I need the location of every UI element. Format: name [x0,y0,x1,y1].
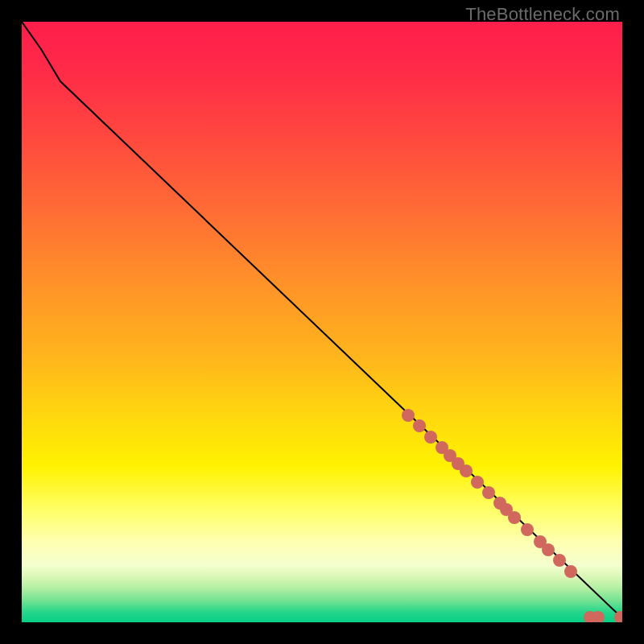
data-marker [436,441,448,454]
data-marker [402,409,415,422]
data-marker [460,464,473,477]
data-marker [482,486,495,499]
chart-stage: TheBottleneck.com [0,0,644,644]
data-marker [452,457,464,470]
curve-line [22,22,622,617]
data-marker [592,611,605,622]
data-marker [521,523,534,536]
data-marker [444,449,456,462]
data-marker [564,565,577,578]
data-marker [424,431,437,444]
data-markers [402,409,622,622]
gradient-background [22,22,622,622]
data-marker [614,611,622,622]
data-marker [584,611,597,622]
data-marker [542,543,555,556]
plot-area [22,22,622,622]
chart-svg [22,22,622,622]
data-marker [534,535,547,548]
data-marker [493,497,506,510]
data-marker [553,554,566,567]
data-marker [508,511,521,524]
data-marker [500,503,513,516]
data-marker [413,419,426,432]
data-marker [471,476,484,489]
